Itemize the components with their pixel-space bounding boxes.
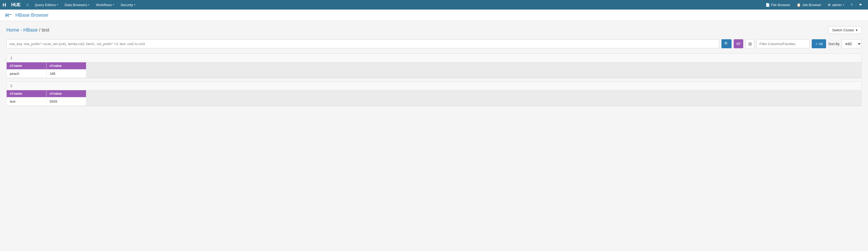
logo-icon: H <box>3 2 10 7</box>
hbase-logo-icon: H <box>5 12 13 18</box>
chevron-down-icon: ▾ <box>88 3 89 6</box>
flag-button[interactable]: ⚑ <box>856 0 865 9</box>
table-row: 1 cf:name peach cf:value 186 <box>6 54 862 78</box>
cell-col: cf:name peach <box>7 62 46 78</box>
search-right-controls: ⊞ ✓ All Sort By ASC DESC <box>745 39 862 48</box>
empty-col <box>86 90 861 105</box>
all-checkbox-button[interactable]: ✓ All <box>812 39 826 48</box>
row-1-cells: cf:name peach cf:value 186 <box>7 62 861 78</box>
admin-icon: ⚙ <box>828 3 831 7</box>
main-content: Home - HBase / test Switch Cluster ▾ 🔍 C… <box>0 21 868 112</box>
cell-col: cf:name test <box>7 90 46 105</box>
row-2-cells: cf:name test cf:value 5555 <box>7 90 861 106</box>
table-row: 2 cf:name test cf:value 5555 <box>6 82 862 106</box>
cell-col: cf:value 5555 <box>46 90 86 105</box>
file-browser-button[interactable]: 📄 File Browser <box>762 0 794 9</box>
breadcrumb-row: Home - HBase / test Switch Cluster ▾ <box>6 26 862 34</box>
breadcrumb-separator: - <box>19 27 23 33</box>
col-name: value <box>54 64 62 68</box>
breadcrumb: Home - HBase / test <box>6 27 50 33</box>
nav-security-label: Security <box>121 3 133 7</box>
cell-value: test <box>7 97 46 105</box>
cell-header: cf:name <box>7 62 46 69</box>
nav-right-items: 📄 File Browser 📋 Job Browser ⚙ admin ▾ ?… <box>762 0 865 9</box>
cell-value: 186 <box>46 69 86 78</box>
svg-text:H: H <box>5 13 9 18</box>
page-title: HBase Browser <box>16 12 49 18</box>
search-button[interactable]: 🔍 <box>721 39 732 48</box>
cf-label: CF <box>736 42 741 45</box>
switch-cluster-chevron: ▾ <box>856 28 858 32</box>
search-input[interactable] <box>6 39 719 48</box>
nav-workflows[interactable]: Workflows ▾ <box>93 0 117 9</box>
empty-col <box>86 62 861 78</box>
filter-columns-input[interactable] <box>756 39 810 48</box>
top-nav: H HUE ⌂ Query Editors ▾ Data Browsers ▾ … <box>0 0 868 9</box>
nav-query-editors-label: Query Editors <box>35 3 56 7</box>
page-header-bar: H HBase Browser <box>0 9 868 21</box>
row-number-1: 1 <box>7 54 861 62</box>
col-name: name <box>14 92 22 96</box>
home-icon: ⌂ <box>26 2 29 7</box>
nav-security[interactable]: Security ▾ <box>117 0 138 9</box>
search-row: 🔍 CF ⊞ ✓ All Sort By ASC DESC <box>6 39 862 48</box>
breadcrumb-home: Home <box>6 27 19 33</box>
cell-header: cf:value <box>46 62 86 69</box>
breadcrumb-db: HBase <box>23 27 38 33</box>
cf-prefix: cf: <box>10 92 14 96</box>
flag-icon: ⚑ <box>859 3 862 7</box>
cell-value: 5555 <box>46 97 86 105</box>
help-icon: ? <box>851 3 852 7</box>
job-icon: 📋 <box>797 3 801 7</box>
logo-text: HUE <box>11 2 21 8</box>
results-container: 1 cf:name peach cf:value 186 <box>6 54 862 106</box>
nav-workflows-label: Workflows <box>96 3 112 7</box>
home-button[interactable]: ⌂ <box>24 0 32 9</box>
job-browser-label: Job Browser <box>802 3 821 7</box>
switch-cluster-label: Switch Cluster <box>832 28 854 32</box>
cf-prefix: cf: <box>50 64 54 68</box>
breadcrumb-slash: / <box>38 27 42 33</box>
file-icon: 📄 <box>766 3 770 7</box>
cell-header: cf:value <box>46 90 86 97</box>
grid-icon: ⊞ <box>748 41 752 46</box>
sort-select[interactable]: ASC DESC <box>842 39 862 48</box>
col-name: name <box>14 64 22 68</box>
chevron-down-icon: ▾ <box>57 3 58 6</box>
logo[interactable]: H HUE <box>3 2 21 8</box>
cf-button[interactable]: CF <box>734 39 743 48</box>
nav-query-editors[interactable]: Query Editors ▾ <box>32 0 61 9</box>
grid-view-button[interactable]: ⊞ <box>745 39 754 48</box>
chevron-down-icon: ▾ <box>134 3 135 6</box>
chevron-down-icon: ▾ <box>113 3 114 6</box>
cell-value: peach <box>7 69 46 78</box>
cell-col: cf:value 186 <box>46 62 86 78</box>
admin-label: admin <box>832 3 841 7</box>
search-icon: 🔍 <box>724 41 729 46</box>
cf-prefix: cf: <box>10 64 14 68</box>
col-name: value <box>54 92 62 96</box>
nav-data-browsers-label: Data Browsers <box>64 3 87 7</box>
admin-menu-button[interactable]: ⚙ admin ▾ <box>825 0 847 9</box>
cell-header: cf:name <box>7 90 46 97</box>
svg-text:H: H <box>3 2 6 7</box>
sort-label: Sort By <box>828 42 840 46</box>
job-browser-button[interactable]: 📋 Job Browser <box>794 0 825 9</box>
cf-prefix: cf: <box>50 92 54 96</box>
nav-data-browsers[interactable]: Data Browsers ▾ <box>61 0 93 9</box>
chevron-down-icon: ▾ <box>843 3 844 6</box>
help-button[interactable]: ? <box>847 0 856 9</box>
all-checkbox-label: ✓ All <box>815 42 823 46</box>
switch-cluster-button[interactable]: Switch Cluster ▾ <box>828 26 862 34</box>
row-number-2: 2 <box>7 82 861 90</box>
file-browser-label: File Browser <box>771 3 790 7</box>
breadcrumb-table: test <box>42 27 50 33</box>
